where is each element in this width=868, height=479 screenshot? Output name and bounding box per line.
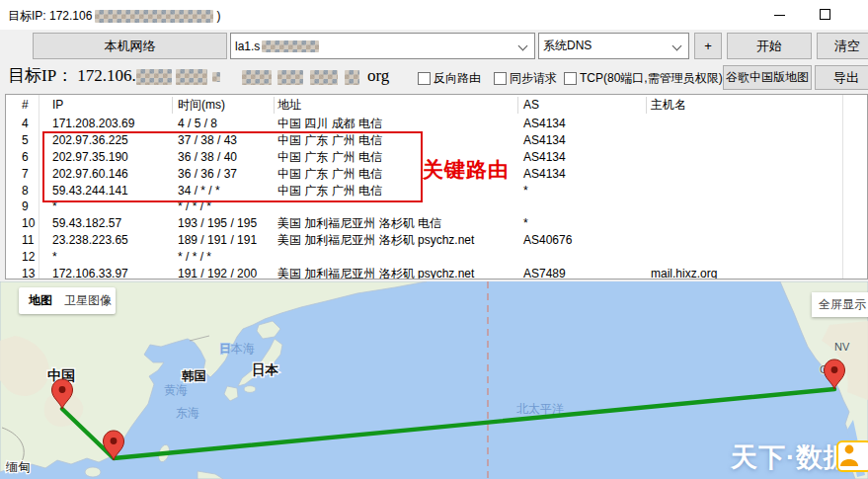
minimize-icon xyxy=(774,15,785,16)
dns-select-value: 系统DNS xyxy=(543,38,592,54)
col-header-index[interactable]: # xyxy=(6,95,39,116)
table-row[interactable]: 13172.106.33.97191 / 192 / 200美国 加利福尼亚州 … xyxy=(6,266,867,279)
label-nevada: NV xyxy=(834,341,850,353)
local-network-label: 本机网络 xyxy=(105,38,156,55)
table-cell: 6 xyxy=(6,149,39,166)
key-route-highlight-box xyxy=(42,131,423,202)
checkbox-icon[interactable] xyxy=(494,72,507,85)
sync-request-label: 同步请求 xyxy=(510,70,557,87)
redacted-domain xyxy=(242,70,272,85)
table-cell: 193 / 195 / 195 xyxy=(172,215,274,232)
table-cell xyxy=(517,199,646,215)
maximize-icon xyxy=(820,9,830,20)
table-cell: 11 xyxy=(6,232,39,249)
table-cell xyxy=(646,183,842,200)
start-button[interactable]: 开始 xyxy=(727,33,812,59)
map-land-hainan xyxy=(85,467,101,477)
window-title: 目标IP: 172.106) xyxy=(8,8,220,25)
sync-request-checkbox[interactable]: 同步请求 xyxy=(494,70,557,87)
start-button-label: 开始 xyxy=(756,38,782,55)
checkbox-icon[interactable] xyxy=(564,72,577,85)
col-header-hostname[interactable]: 主机名 xyxy=(646,95,842,116)
column-divider xyxy=(274,97,275,114)
clear-button-label: 清空 xyxy=(834,38,860,55)
table-row[interactable]: 1123.238.223.65189 / 191 / 191美国 加利福尼亚州 … xyxy=(6,232,867,249)
title-bar: 目标IP: 172.106) xyxy=(0,0,868,30)
table-cell: 4 xyxy=(6,116,39,132)
table-cell: mail.hixz.org xyxy=(646,266,842,279)
pin-dot-icon xyxy=(831,366,838,373)
table-cell: AS7489 xyxy=(517,266,646,279)
label-japan: 日本 xyxy=(252,362,279,377)
reverse-route-checkbox[interactable]: 反向路由 xyxy=(418,70,481,87)
table-cell: 171.208.203.69 xyxy=(39,116,172,132)
pin-dot-icon xyxy=(111,438,118,444)
table-cell xyxy=(646,215,842,232)
table-cell xyxy=(646,132,842,149)
target-ip-line: 目标IP： 172.106.org xyxy=(8,64,389,87)
table-cell: 23.238.223.65 xyxy=(39,232,172,249)
pin-dot-icon xyxy=(59,386,66,393)
redacted-domain xyxy=(277,70,303,85)
column-divider xyxy=(39,95,39,279)
column-divider xyxy=(842,95,843,279)
map-type-satellite-button[interactable]: 卫星图像 xyxy=(64,292,112,309)
table-cell: AS40676 xyxy=(517,232,646,249)
label-myanmar: 缅甸 xyxy=(5,460,31,474)
host-combobox[interactable]: la1.s xyxy=(230,33,535,59)
table-cell: 4 / 5 / 8 xyxy=(172,116,274,132)
col-header-address[interactable]: 地址 xyxy=(274,95,517,116)
table-cell: 9 xyxy=(6,199,39,215)
dns-select[interactable]: 系统DNS xyxy=(538,33,689,59)
table-row[interactable]: 1059.43.182.57193 / 195 / 195美国 加利福尼亚州 洛… xyxy=(6,215,867,232)
map-type-map-button[interactable]: 地图 xyxy=(29,292,52,309)
watermark-text: 天下·数据 xyxy=(731,439,851,475)
add-button[interactable]: + xyxy=(694,33,722,59)
column-divider xyxy=(646,97,647,114)
table-cell xyxy=(646,249,842,266)
host-value-prefix: la1.s xyxy=(235,40,260,53)
map-type-control: 地图 卫星图像 xyxy=(19,287,116,314)
minimize-button[interactable] xyxy=(760,0,800,30)
map-land-shikoku xyxy=(244,386,256,393)
redacted-host-text xyxy=(262,40,319,52)
route-map[interactable]: 日本海 黄海 东海 北太平洋 韩国 日本 中国 缅甸 NV CA xyxy=(0,281,868,479)
google-cn-map-button[interactable]: 谷歌中国版地图 xyxy=(723,65,812,90)
table-cell: 10 xyxy=(6,215,39,232)
redacted-ip xyxy=(176,69,207,85)
table-cell: 8 xyxy=(6,183,39,200)
col-header-as[interactable]: AS xyxy=(517,95,646,116)
table-cell: 13 xyxy=(6,266,39,279)
local-network-button[interactable]: 本机网络 xyxy=(33,33,227,59)
table-cell: * xyxy=(39,249,172,266)
table-cell: 189 / 191 / 191 xyxy=(172,232,274,249)
maximize-button[interactable] xyxy=(805,0,844,30)
table-cell xyxy=(646,199,842,215)
redacted-ip xyxy=(136,69,172,85)
table-cell: AS4134 xyxy=(517,166,646,183)
col-header-ip[interactable]: IP xyxy=(39,95,172,116)
table-row[interactable]: 4171.208.203.694 / 5 / 8中国 四川 成都 电信AS413… xyxy=(6,116,867,132)
traceroute-app-window: 目标IP: 172.106) 本机网络 la1.s 系统DNS + 开始 清空 … xyxy=(0,0,868,479)
checkbox-icon[interactable] xyxy=(418,72,431,85)
watermark-logo-icon xyxy=(836,440,868,472)
chevron-down-icon[interactable] xyxy=(672,41,682,51)
table-cell: 172.106.33.97 xyxy=(39,266,172,279)
chevron-down-icon[interactable] xyxy=(518,41,528,51)
clear-button[interactable]: 清空 xyxy=(817,33,868,59)
redacted-title-text xyxy=(95,10,213,23)
table-cell: 中国 四川 成都 电信 xyxy=(274,116,517,132)
export-button[interactable]: 导出 xyxy=(815,65,868,90)
target-domain-suffix: org xyxy=(367,66,389,85)
fullscreen-button[interactable]: 全屏显示 xyxy=(812,292,868,317)
table-cell: AS4134 xyxy=(517,132,646,149)
col-header-time[interactable]: 时间(ms) xyxy=(172,95,274,116)
table-cell: 美国 加利福尼亚州 洛杉矶 psychz.net xyxy=(274,266,517,279)
tcp-checkbox[interactable]: TCP(80端口,需管理员权限) xyxy=(564,70,723,87)
redacted-domain xyxy=(310,70,338,85)
table-row[interactable]: 12** / * / * xyxy=(6,249,867,266)
table-cell: 191 / 192 / 200 xyxy=(172,266,274,279)
table-cell: 美国 加利福尼亚州 洛杉矶 psychz.net xyxy=(274,232,517,249)
column-divider xyxy=(517,97,518,114)
label-korea: 韩国 xyxy=(181,369,206,383)
